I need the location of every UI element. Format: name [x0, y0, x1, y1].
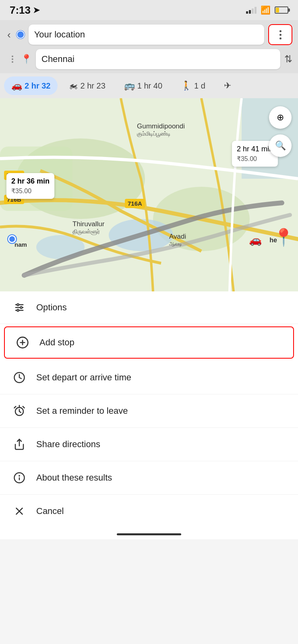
- share-label: Share directions: [36, 439, 100, 450]
- plus-circle-icon: [15, 336, 30, 349]
- svg-point-12: [17, 310, 19, 312]
- place-thiruvallur: Thiruvallur திருவள்ளூர்: [72, 220, 104, 235]
- alarm-icon: [12, 405, 27, 417]
- svg-point-11: [20, 307, 22, 309]
- origin-row: ‹ Your location: [6, 24, 292, 45]
- motorcycle-icon: 🏍: [69, 80, 78, 91]
- clock-icon: [12, 372, 27, 384]
- svg-line-18: [14, 407, 16, 408]
- search-map-icon: 🔍: [275, 140, 286, 151]
- x-icon: [12, 505, 27, 517]
- menu-item-add-stop[interactable]: Add stop: [4, 326, 294, 359]
- more-options-button[interactable]: [268, 24, 292, 45]
- tab-car-label: 2 hr 32: [25, 81, 50, 91]
- walk-icon: 🚶: [181, 80, 192, 91]
- swap-button[interactable]: ⇅: [284, 54, 292, 65]
- menu-item-about[interactable]: About these results: [0, 461, 298, 495]
- sliders-icon: [12, 302, 27, 313]
- layers-button[interactable]: ⊕: [269, 106, 292, 129]
- menu-item-reminder[interactable]: Set a reminder to leave: [0, 394, 298, 428]
- tab-motorcycle[interactable]: 🏍 2 hr 23: [62, 76, 112, 95]
- about-label: About these results: [36, 473, 112, 483]
- svg-line-19: [23, 407, 25, 408]
- menu-item-depart-time[interactable]: Set depart or arrive time: [0, 361, 298, 394]
- destination-pin-icon: 📍: [21, 54, 32, 64]
- map-area: 716A 716B 716A Gummidipoondi கும்மிடிப்ப…: [0, 98, 298, 291]
- header: ‹ Your location 📍 Chennai ⇅: [0, 20, 298, 73]
- destination-row: 📍 Chennai ⇅: [6, 49, 292, 69]
- route-label-1: 2 hr 36 min ₹35.00: [6, 173, 54, 199]
- tab-walk[interactable]: 🚶 1 d: [174, 76, 213, 95]
- car-icon: 🚗: [11, 80, 22, 91]
- tab-transit[interactable]: 🚌 1 hr 40: [117, 76, 170, 95]
- origin-dot-icon: [17, 31, 25, 39]
- transport-tabs: 🚗 2 hr 32 🏍 2 hr 23 🚌 1 hr 40 🚶 1 d ✈: [0, 73, 298, 98]
- tab-flight[interactable]: ✈: [217, 76, 238, 95]
- connector-dots: [12, 56, 13, 63]
- origin-input[interactable]: Your location: [29, 25, 264, 45]
- car-on-map-icon: 🚗: [249, 234, 262, 246]
- signal-icon: [246, 6, 257, 14]
- flight-icon: ✈: [224, 80, 231, 91]
- bottom-menu: Options Add stop Set depart or arrive ti…: [0, 291, 298, 528]
- menu-item-share[interactable]: Share directions: [0, 428, 298, 461]
- tab-walk-label: 1 d: [194, 81, 205, 91]
- menu-item-cancel[interactable]: Cancel: [0, 495, 298, 528]
- reminder-label: Set a reminder to leave: [36, 406, 128, 416]
- layers-icon: ⊕: [277, 112, 284, 123]
- menu-item-options[interactable]: Options: [0, 291, 298, 324]
- status-bar: 7:13 ➤ 📶: [0, 0, 298, 20]
- share-icon: [12, 438, 27, 450]
- options-label: Options: [36, 302, 67, 313]
- place-gummidipoondi: Gummidipoondi கும்மிடிப்பூண்டி: [137, 122, 185, 137]
- home-bar: [117, 533, 181, 535]
- road-badge-716a-2: 716A: [125, 199, 145, 208]
- add-stop-label: Add stop: [39, 337, 74, 348]
- tab-transit-label: 1 hr 40: [137, 81, 162, 91]
- battery-icon: [275, 6, 288, 14]
- transit-icon: 🚌: [124, 80, 135, 91]
- tab-motorcycle-label: 2 hr 23: [80, 81, 105, 91]
- search-map-button[interactable]: 🔍: [269, 134, 292, 157]
- place-avadi: Avadi ஆவடி: [169, 233, 186, 247]
- status-time: 7:13 ➤: [10, 4, 40, 17]
- time-display: 7:13: [10, 4, 31, 17]
- more-dots-icon: [279, 30, 281, 39]
- status-icons: 📶: [246, 5, 288, 15]
- destination-input[interactable]: Chennai: [36, 49, 280, 69]
- destination-label: he: [269, 237, 277, 244]
- origin-label: nam: [14, 241, 27, 248]
- back-button[interactable]: ‹: [6, 27, 12, 43]
- depart-time-label: Set depart or arrive time: [36, 372, 131, 383]
- info-icon: [12, 472, 27, 484]
- home-indicator: [0, 528, 298, 539]
- svg-rect-6: [242, 98, 298, 179]
- wifi-icon: 📶: [261, 5, 271, 15]
- svg-point-10: [17, 304, 19, 306]
- location-arrow-icon: ➤: [33, 5, 40, 15]
- tab-car[interactable]: 🚗 2 hr 32: [4, 76, 58, 95]
- cancel-label: Cancel: [36, 506, 64, 516]
